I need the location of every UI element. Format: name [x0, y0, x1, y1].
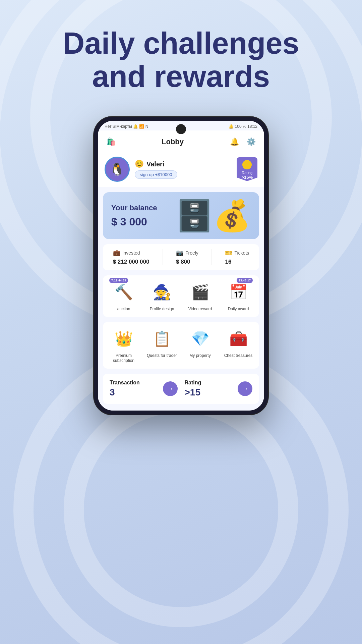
bottom-divider [181, 380, 181, 397]
invested-icon: 💼 [113, 249, 120, 257]
profile-info: 😊 Valeri sign up +$10000 [135, 160, 232, 179]
auction-timer: 7:12:44:33 [109, 278, 128, 283]
phone-mockup: Нет SIM-карты 🔔 📶 N 🔔 100 % 18:12 🛍️ Lob… [0, 117, 362, 415]
settings-button[interactable]: ⚙️ [245, 136, 257, 148]
stat-divider-2 [212, 249, 212, 265]
profile-design-label: Profile design [150, 307, 174, 312]
page-title: Daily challenges and rewards [0, 0, 362, 107]
daily-award-label: Daily award [228, 307, 249, 312]
rating-label: Rating [241, 171, 253, 175]
phone-screen: Нет SIM-карты 🔔 📶 N 🔔 100 % 18:12 🛍️ Lob… [98, 121, 264, 411]
my-property-icon-wrap: 💎 [188, 327, 212, 351]
shop-icon: 🛍️ [107, 138, 116, 146]
stat-invested-value: $ 212 000 000 [113, 259, 149, 265]
grid-item-auction[interactable]: 7:12:44:33 🔨 auction [106, 280, 141, 312]
transaction-stat: Transaction 3 [110, 380, 163, 398]
balance-left: Your balance $ 3 000 [111, 204, 157, 228]
phone-frame: Нет SIM-карты 🔔 📶 N 🔔 100 % 18:12 🛍️ Lob… [94, 117, 268, 415]
arrow-right-icon: → [167, 384, 174, 393]
settings-icon: ⚙️ [247, 138, 256, 146]
rating-badge: Rating >15% [237, 157, 257, 181]
stat-tickets-label: 🎫 Tickets [225, 249, 249, 257]
challenges-grid-1: 7:12:44:33 🔨 auction 🧙 Profile design [103, 275, 259, 317]
transaction-label: Transaction [110, 380, 163, 386]
profile-design-emoji: 🧙 [153, 285, 171, 300]
stat-freely: 📷 Freely $ 800 [176, 249, 198, 265]
challenges-grid-2: 👑 Premium subscription 📋 Quests for trad… [103, 322, 259, 369]
rating-stat-value: >15 [185, 387, 238, 398]
premium-icon-wrap: 👑 [112, 327, 135, 351]
chest-emoji: 🧰 [229, 331, 248, 346]
stat-tickets-value: 16 [225, 259, 249, 265]
profile-name-row: 😊 Valeri [135, 160, 232, 168]
avatar-image: 🐧 [106, 158, 128, 180]
my-property-emoji: 💎 [191, 331, 209, 346]
tickets-icon: 🎫 [225, 249, 232, 257]
grid-item-daily-award[interactable]: 23:45:17 📅 Daily award [221, 280, 256, 312]
transaction-value: 3 [110, 387, 163, 398]
nav-right-icons: 🔔 ⚙️ [228, 136, 257, 148]
quests-emoji: 📋 [153, 331, 171, 346]
premium-emoji: 👑 [115, 331, 133, 346]
status-left: Нет SIM-карты 🔔 📶 N [105, 124, 148, 129]
profile-design-icon-wrap: 🧙 [150, 280, 174, 304]
auction-label: auction [117, 307, 130, 312]
grid-item-chest-treasures[interactable]: 🧰 Chest treasures [221, 327, 256, 364]
quests-label: Quests for trader [147, 353, 177, 359]
bottom-bar: Transaction 3 → Rating >15 → [103, 374, 259, 404]
daily-award-emoji: 📅 [229, 285, 248, 300]
balance-amount: $ 3 000 [111, 216, 157, 228]
grid-item-profile-design[interactable]: 🧙 Profile design [144, 280, 179, 312]
avatar[interactable]: 🐧 [105, 157, 130, 182]
shop-button[interactable]: 🛍️ [105, 136, 117, 148]
notification-button[interactable]: 🔔 [228, 136, 241, 148]
my-property-label: My property [189, 353, 210, 359]
rating-stat: Rating >15 [185, 380, 238, 398]
grid-item-premium[interactable]: 👑 Premium subscription [106, 327, 141, 364]
stat-invested-label: 💼 Invested [113, 249, 149, 257]
chest-label: Chest treasures [224, 353, 253, 359]
rating-value: >15% [241, 175, 253, 180]
grid-item-my-property[interactable]: 💎 My property [183, 327, 218, 364]
video-reward-emoji: 🎬 [191, 285, 209, 300]
stat-freely-label: 📷 Freely [176, 249, 198, 257]
profile-emoji: 😊 [135, 160, 144, 168]
auction-emoji: 🔨 [115, 285, 133, 300]
video-reward-label: Video reward [188, 307, 212, 312]
balance-card: Your balance $ 3 000 🗄️💰 [103, 192, 259, 239]
auction-icon-wrap: 7:12:44:33 🔨 [112, 280, 135, 304]
status-bar: Нет SIM-карты 🔔 📶 N 🔔 100 % 18:12 [98, 121, 264, 130]
arrow-right-icon-2: → [241, 384, 249, 393]
camera-notch [176, 124, 186, 134]
rating-stat-label: Rating [185, 380, 238, 386]
signup-badge[interactable]: sign up +$10000 [135, 170, 177, 179]
grid-item-video-reward[interactable]: 🎬 Video reward [183, 280, 218, 312]
rating-arrow-button[interactable]: → [238, 381, 252, 396]
balance-icon: 🗄️💰 [176, 201, 251, 231]
nav-title: Lobby [162, 138, 184, 146]
profile-name: Valeri [146, 160, 164, 168]
stat-freely-value: $ 800 [176, 259, 198, 265]
grid-row-1: 7:12:44:33 🔨 auction 🧙 Profile design [106, 280, 256, 312]
premium-label: Premium subscription [106, 353, 141, 364]
stat-invested: 💼 Invested $ 212 000 000 [113, 249, 149, 265]
stats-row: 💼 Invested $ 212 000 000 📷 Freely $ 800 [103, 244, 259, 270]
stat-divider-1 [163, 249, 163, 265]
grid-row-2: 👑 Premium subscription 📋 Quests for trad… [106, 327, 256, 364]
status-right: 🔔 100 % 18:12 [229, 124, 257, 129]
daily-award-icon-wrap: 23:45:17 📅 [227, 280, 250, 304]
grid-item-quests[interactable]: 📋 Quests for trader [144, 327, 179, 364]
balance-label: Your balance [111, 204, 157, 212]
freely-icon: 📷 [176, 249, 183, 257]
app-screen: 🛍️ Lobby 🔔 ⚙️ 🐧 [98, 130, 264, 411]
chest-icon-wrap: 🧰 [227, 327, 250, 351]
daily-award-timer: 23:45:17 [237, 278, 253, 283]
video-reward-icon-wrap: 🎬 [188, 280, 212, 304]
profile-section: 🐧 😊 Valeri sign up +$10000 Rating [98, 152, 264, 187]
transaction-arrow-button[interactable]: → [163, 381, 178, 396]
notification-icon: 🔔 [230, 138, 239, 146]
quests-icon-wrap: 📋 [150, 327, 174, 351]
stat-tickets: 🎫 Tickets 16 [225, 249, 249, 265]
